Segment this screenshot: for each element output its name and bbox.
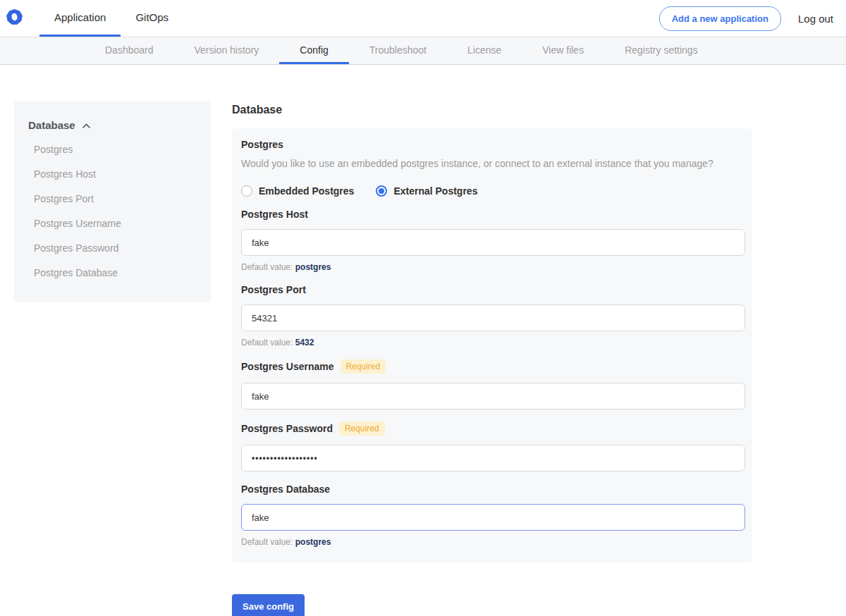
subnav-troubleshoot[interactable]: Troubleshoot (349, 37, 447, 64)
subnav-dashboard[interactable]: Dashboard (85, 37, 174, 64)
postgres-host-default-hint: Default value: postgres (241, 262, 744, 272)
sidebar-item-postgres[interactable]: Postgres (34, 137, 200, 162)
sidebar-group-label: Database (28, 119, 75, 131)
chevron-up-icon (82, 119, 91, 131)
field-postgres-password: Postgres Password Required (241, 421, 744, 472)
postgres-group: Postgres Would you like to use an embedd… (241, 139, 744, 197)
field-postgres-host: Postgres Host Default value: postgres (241, 209, 744, 272)
subnav-config[interactable]: Config (279, 37, 348, 64)
postgres-username-input[interactable] (241, 383, 745, 409)
sidebar-item-list: Postgres Postgres Host Postgres Port Pos… (28, 137, 200, 285)
top-bar-right: Add a new application Log out (659, 0, 846, 37)
field-postgres-port: Postgres Port Default value: 5432 (241, 284, 744, 347)
radio-external-postgres[interactable]: External Postgres (376, 185, 477, 197)
postgres-database-default-hint: Default value: postgres (241, 537, 744, 547)
database-config-card: Postgres Would you like to use an embedd… (232, 128, 752, 562)
postgres-help-text: Would you like to use an embedded postgr… (241, 158, 744, 169)
app-nut-logo-icon (6, 9, 23, 28)
postgres-host-input[interactable] (241, 229, 745, 256)
default-value: postgres (295, 262, 331, 272)
postgres-port-default-hint: Default value: 5432 (241, 338, 744, 347)
app-logo[interactable] (0, 0, 23, 37)
config-content: Database Postgres Postgres Host Postgres… (0, 65, 846, 616)
field-postgres-host-label: Postgres Host (241, 209, 308, 220)
field-postgres-username: Postgres Username Required (241, 359, 744, 409)
sidebar-group-database[interactable]: Database (28, 119, 200, 131)
primary-tabs: Application GitOps (39, 0, 183, 37)
config-main: Database Postgres Would you like to use … (232, 101, 752, 616)
radio-checked-icon (376, 185, 387, 197)
logout-link[interactable]: Log out (798, 13, 833, 25)
required-badge: Required (339, 421, 385, 436)
postgres-radio-group: Embedded Postgres External Postgres (241, 185, 744, 197)
tab-application[interactable]: Application (39, 0, 121, 37)
radio-unchecked-icon (241, 185, 252, 197)
field-postgres-database: Postgres Database Default value: postgre… (241, 483, 744, 547)
subnav-registry-settings[interactable]: Registry settings (604, 37, 718, 64)
required-badge: Required (341, 359, 386, 374)
sidebar-item-postgres-port[interactable]: Postgres Port (34, 187, 200, 211)
tab-gitops-label: GitOps (135, 11, 168, 23)
tab-gitops[interactable]: GitOps (121, 0, 183, 37)
default-prefix: Default value: (241, 338, 295, 347)
top-bar: Application GitOps Add a new application… (0, 0, 846, 37)
default-value: 5432 (295, 338, 314, 347)
sidebar-item-postgres-username[interactable]: Postgres Username (34, 211, 200, 236)
default-value: postgres (295, 537, 331, 547)
save-config-button[interactable]: Save config (232, 594, 305, 616)
sidebar-item-postgres-database[interactable]: Postgres Database (34, 261, 200, 285)
page-title: Database (232, 104, 752, 116)
default-prefix: Default value: (241, 262, 295, 272)
postgres-group-label: Postgres (241, 139, 744, 150)
field-postgres-database-label: Postgres Database (241, 483, 330, 495)
sidebar-item-postgres-host[interactable]: Postgres Host (34, 162, 200, 187)
config-sidebar: Database Postgres Postgres Host Postgres… (14, 101, 211, 302)
add-new-application-button[interactable]: Add a new application (659, 6, 781, 31)
default-prefix: Default value: (241, 537, 295, 547)
app-subnav: Dashboard Version history Config Trouble… (0, 37, 846, 65)
sidebar-item-postgres-password[interactable]: Postgres Password (34, 236, 200, 261)
field-postgres-username-label: Postgres Username (241, 361, 334, 372)
radio-embedded-postgres-label: Embedded Postgres (259, 185, 354, 197)
postgres-database-input[interactable] (241, 504, 745, 531)
subnav-version-history[interactable]: Version history (174, 37, 280, 64)
postgres-password-input[interactable] (241, 445, 745, 472)
tab-application-label: Application (54, 11, 106, 23)
radio-embedded-postgres[interactable]: Embedded Postgres (241, 185, 354, 197)
radio-external-postgres-label: External Postgres (393, 185, 477, 197)
field-postgres-port-label: Postgres Port (241, 284, 306, 295)
subnav-license[interactable]: License (447, 37, 522, 64)
subnav-view-files[interactable]: View files (522, 37, 604, 64)
postgres-port-input[interactable] (241, 304, 745, 331)
field-postgres-password-label: Postgres Password (241, 423, 333, 434)
